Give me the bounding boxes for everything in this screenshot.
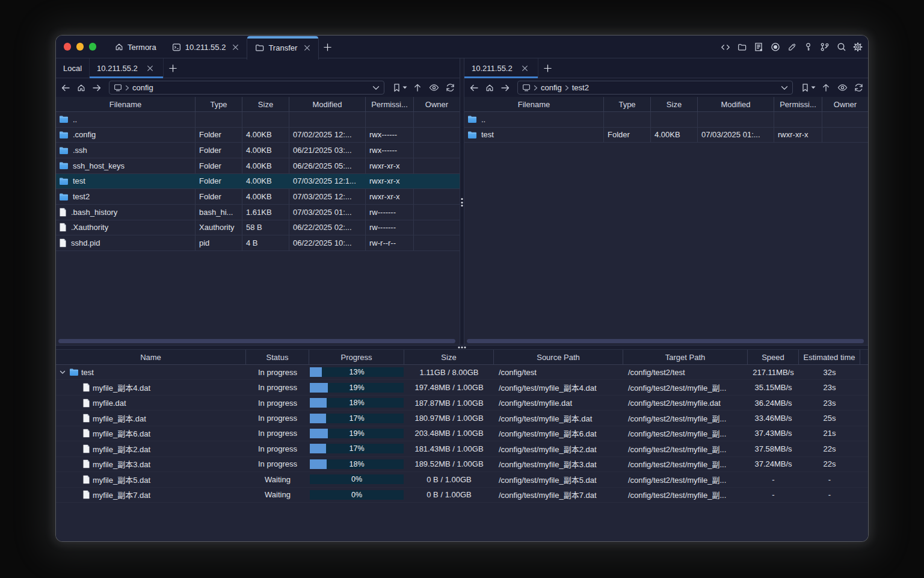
home-button[interactable] (482, 80, 497, 96)
column-header[interactable]: Status (246, 350, 309, 364)
column-header[interactable]: Size (651, 97, 698, 111)
chevron-right-icon (125, 85, 130, 91)
transfer-horizontal-splitter[interactable] (56, 345, 868, 350)
toggle-hidden-files-button[interactable] (837, 84, 848, 92)
column-header[interactable]: Filename (56, 97, 196, 111)
minimize-window-button[interactable] (76, 43, 84, 51)
column-header[interactable]: Owner (822, 97, 868, 111)
local-panel-bookmark-button[interactable] (393, 83, 407, 92)
local-panel-tab-local[interactable]: Local (56, 58, 90, 78)
close-window-button[interactable] (64, 43, 72, 51)
remote-panel-file-table: FilenameTypeSizeModifiedPermissi...Owner… (464, 97, 868, 345)
parent-directory-button[interactable] (822, 83, 830, 92)
close-tab-icon[interactable] (304, 45, 310, 51)
key-icon[interactable] (804, 42, 813, 52)
file-row[interactable]: .. (56, 112, 460, 128)
file-row[interactable]: .sshFolder4.00KB06/21/2025 03:...rwx----… (56, 143, 460, 158)
column-header[interactable]: Size (242, 97, 289, 111)
transfer-row[interactable]: myfile.datIn progress18%187.87MB / 1.00G… (56, 396, 868, 411)
back-button[interactable] (466, 80, 482, 96)
remote-panel-horizontal-scrollbar[interactable] (467, 339, 864, 343)
local-panel-path-field[interactable]: config (109, 81, 384, 95)
titlebar-tab-10-211-55-2[interactable]: 10.211.55.2 (164, 36, 247, 58)
column-header[interactable]: Filename (464, 97, 604, 111)
column-header[interactable]: Owner (414, 97, 460, 111)
titlebar-tab-transfer[interactable]: Transfer (247, 36, 319, 60)
path-dropdown-icon[interactable] (372, 85, 380, 90)
modified-cell (289, 112, 366, 127)
close-tab-icon[interactable] (232, 44, 239, 51)
path-dropdown-icon[interactable] (781, 85, 788, 90)
transfer-row[interactable]: testIn progress13%1.11GB / 8.00GB/config… (56, 365, 868, 380)
remote-panel-bookmark-button[interactable] (801, 83, 816, 92)
file-row[interactable]: ssh_host_keysFolder4.00KB06/26/2025 05:.… (56, 158, 460, 174)
forward-button[interactable] (89, 80, 105, 96)
local-panel-horizontal-scrollbar[interactable] (58, 339, 455, 343)
transfer-row[interactable]: myfile_副本5.datWaiting0%0 B / 1.00GB/conf… (56, 472, 868, 487)
transfer-name-cell: myfile_副本7.dat (56, 488, 246, 502)
remote-panel-path-field[interactable]: configtest2 (517, 81, 793, 95)
file-row[interactable]: testFolder4.00KB07/03/2025 12:1...rwxr-x… (56, 174, 460, 190)
folder-icon[interactable] (738, 42, 747, 52)
refresh-button[interactable] (446, 83, 455, 92)
panel-vertical-splitter[interactable] (460, 58, 464, 345)
path-segment[interactable]: test2 (572, 83, 589, 92)
progress-bar: 19% (310, 429, 404, 438)
transfer-row[interactable]: myfile_副本.datIn progress17%180.97MB / 1.… (56, 411, 868, 426)
file-row[interactable]: .configFolder4.00KB07/02/2025 12:...rwx-… (56, 128, 460, 143)
modified-cell: 07/03/2025 12:... (289, 189, 366, 204)
transfer-row[interactable]: myfile_副本7.datWaiting0%0 B / 1.00GB/conf… (56, 488, 868, 503)
log-icon[interactable] (754, 42, 763, 52)
local-panel-tab-10-211-55-2[interactable]: 10.211.55.2 (90, 58, 164, 78)
file-row[interactable]: sshd.pidpid4 B06/22/2025 10:...rw-r--r-- (56, 235, 460, 251)
search-icon[interactable] (837, 42, 846, 52)
file-row[interactable]: .bash_historybash_hi...1.61KB07/03/2025 … (56, 205, 460, 220)
refresh-button[interactable] (854, 83, 863, 92)
parent-directory-button[interactable] (413, 83, 422, 92)
zoom-window-button[interactable] (89, 43, 97, 51)
column-header[interactable]: Type (196, 97, 242, 111)
new-terminal-tab-button[interactable] (318, 36, 336, 58)
file-row[interactable]: .. (464, 112, 868, 128)
home-button[interactable] (73, 80, 89, 96)
column-header[interactable]: Modified (289, 97, 366, 111)
back-button[interactable] (58, 80, 73, 96)
remote-panel-tab-10-211-55-2[interactable]: 10.211.55.2 (464, 58, 538, 78)
file-row[interactable]: .XauthorityXauthority58 B06/22/2025 02:.… (56, 220, 460, 236)
column-header[interactable]: Size (404, 350, 494, 364)
code-icon[interactable] (721, 42, 730, 52)
toggle-hidden-files-button[interactable] (429, 84, 439, 92)
transfer-row[interactable]: myfile_副本2.datIn progress17%181.43MB / 1… (56, 441, 868, 456)
titlebar-tab-termora[interactable]: Termora (107, 36, 164, 58)
close-tab-icon[interactable] (145, 65, 156, 72)
file-row[interactable]: test2Folder4.00KB07/03/2025 12:...rwxr-x… (56, 189, 460, 205)
column-header[interactable]: Permissi... (366, 97, 414, 111)
transfer-row[interactable]: myfile_副本4.datIn progress19%197.48MB / 1… (56, 380, 868, 395)
path-segment[interactable]: config (132, 83, 153, 92)
transfer-row[interactable]: myfile_副本3.datIn progress18%189.52MB / 1… (56, 457, 868, 472)
close-tab-icon[interactable] (520, 65, 531, 72)
column-header[interactable]: Target Path (623, 350, 748, 364)
remote-panel-new-tab-button[interactable] (538, 58, 557, 78)
record-icon[interactable] (771, 42, 780, 52)
column-header[interactable]: Estimated time (799, 350, 860, 364)
local-panel-new-tab-button[interactable] (164, 58, 182, 78)
forward-button[interactable] (497, 80, 513, 96)
type-cell: bash_hi... (196, 205, 242, 220)
column-header[interactable]: Source Path (494, 350, 623, 364)
column-header[interactable]: Permissi... (774, 97, 822, 111)
filename-text: test2 (73, 192, 90, 201)
column-header[interactable]: Type (604, 97, 651, 111)
column-header[interactable]: Name (56, 350, 246, 364)
branch-icon[interactable] (820, 42, 830, 52)
column-header[interactable]: Modified (698, 97, 774, 111)
path-segment[interactable]: config (541, 83, 562, 92)
chevron-down-icon[interactable] (58, 370, 67, 374)
edit-icon[interactable] (787, 42, 796, 52)
transfer-row[interactable]: myfile_副本6.datIn progress19%203.48MB / 1… (56, 426, 868, 441)
column-header[interactable]: Speed (748, 350, 799, 364)
settings-icon[interactable] (853, 42, 863, 52)
status-cell: In progress (246, 411, 309, 425)
column-header[interactable]: Progress (309, 350, 404, 364)
file-row[interactable]: testFolder4.00KB07/03/2025 01:...rwxr-xr… (464, 128, 868, 143)
